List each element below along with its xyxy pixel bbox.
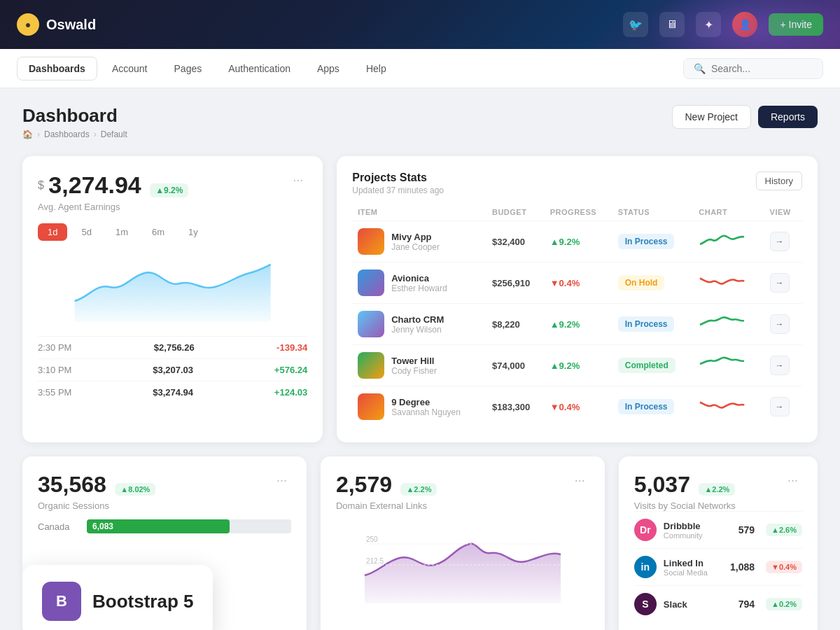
organic-number-row: 35,568 ▲8.02% — [38, 472, 155, 498]
stat-value-1: $2,756.26 — [154, 342, 195, 353]
project-progress: ▼0.4% — [550, 278, 580, 288]
history-button[interactable]: History — [756, 172, 802, 190]
project-view-button[interactable]: → — [770, 397, 790, 416]
earnings-stats: 2:30 PM $2,756.26 -139.34 3:10 PM $3,207… — [38, 336, 307, 403]
earnings-header: $ 3,274.94 ▲9.2% Avg. Agent Earnings ··· — [38, 172, 307, 212]
col-chart: CHART — [693, 204, 764, 221]
filter-5d[interactable]: 5d — [71, 223, 101, 241]
project-status: In Process — [618, 316, 675, 332]
social-count: 579 — [738, 524, 755, 536]
bootstrap-text: Bootstrap 5 — [92, 591, 193, 612]
topbar-right: 🐦 🖥 ✦ 👤 + Invite — [623, 12, 823, 37]
stat-row-2: 3:10 PM $3,207.03 +576.24 — [38, 358, 307, 381]
stat-row-1: 2:30 PM $2,756.26 -139.34 — [38, 336, 307, 358]
stat-value-2: $3,207.03 — [153, 365, 193, 375]
earnings-currency: $ — [38, 179, 44, 191]
topbar-icon-share[interactable]: ✦ — [696, 12, 721, 37]
earnings-amount-row: $ 3,274.94 ▲9.2% — [38, 172, 188, 199]
project-progress: ▲9.2% — [550, 319, 580, 330]
search-bar: 🔍 — [683, 58, 823, 79]
project-chart-cell — [693, 262, 764, 304]
breadcrumb-dashboards[interactable]: Dashboards — [44, 130, 90, 139]
external-label: Domain External Links — [336, 500, 589, 511]
projects-updated: Updated 37 minutes ago — [352, 186, 444, 195]
time-filters: 1d 5d 1m 6m 1y — [38, 223, 307, 241]
filter-1m[interactable]: 1m — [106, 223, 138, 241]
reports-button[interactable]: Reports — [758, 106, 818, 128]
nav-help[interactable]: Help — [354, 57, 398, 80]
social-number: 5,037 — [634, 472, 690, 497]
organic-label: Organic Sessions — [38, 500, 291, 511]
organic-card: 35,568 ▲8.02% ··· Organic Sessions Canad… — [22, 456, 307, 630]
table-row: 9 Degree Savannah Nguyen $183,300 ▼0.4% … — [352, 386, 802, 428]
svg-text:212.5: 212.5 — [366, 557, 384, 565]
project-view-button[interactable]: → — [770, 314, 790, 334]
social-badge: ▲2.2% — [699, 483, 735, 496]
organic-more-button[interactable]: ··· — [272, 472, 291, 489]
page-header: Dashboard 🏠 › Dashboards › Default New P… — [22, 105, 818, 139]
social-badge-item: ▲0.2% — [766, 598, 802, 610]
social-info: S Slack — [634, 593, 687, 615]
earnings-more-button[interactable]: ··· — [288, 172, 307, 189]
breadcrumb-home-icon: 🏠 — [22, 130, 33, 139]
project-status: In Process — [618, 234, 675, 249]
filter-1d[interactable]: 1d — [38, 223, 67, 241]
project-person: Jane Cooper — [391, 242, 440, 252]
user-avatar[interactable]: 👤 — [732, 12, 757, 37]
canada-bar: 6,083 — [87, 519, 230, 533]
organic-badge: ▲8.02% — [115, 483, 155, 496]
project-view-cell: → — [764, 221, 802, 262]
earnings-chart — [38, 252, 307, 325]
project-status-cell: Completed — [612, 345, 693, 386]
project-budget: $256,910 — [492, 278, 530, 288]
new-project-button[interactable]: New Project — [672, 105, 751, 129]
filter-1y[interactable]: 1y — [178, 223, 208, 241]
project-name: Mivy App — [391, 232, 440, 242]
project-view-button[interactable]: → — [770, 356, 790, 375]
social-info: in Linked In Social Media — [634, 556, 708, 578]
project-budget-cell: $8,220 — [486, 304, 545, 345]
social-name: Dribbble — [664, 521, 703, 531]
nav-dashboards[interactable]: Dashboards — [17, 57, 97, 80]
external-more-button[interactable]: ··· — [570, 472, 589, 489]
social-row: S Slack 794 ▲0.2% — [634, 585, 802, 622]
topbar-icon-bird[interactable]: 🐦 — [623, 12, 648, 37]
invite-button[interactable]: + Invite — [769, 13, 823, 36]
project-view-button[interactable]: → — [770, 273, 790, 293]
main-content: Dashboard 🏠 › Dashboards › Default New P… — [0, 88, 840, 630]
organic-number: 35,568 — [38, 472, 106, 497]
project-budget: $32,400 — [492, 237, 525, 247]
nav-account[interactable]: Account — [100, 57, 160, 80]
external-chart: 250 212.5 — [336, 519, 589, 606]
social-networks-list: Dr Dribbble Community 579 ▲2.6% in Linke… — [634, 511, 802, 622]
social-number-row: 5,037 ▲2.2% — [634, 472, 736, 498]
col-view: VIEW — [764, 204, 802, 221]
project-status-cell: In Process — [612, 304, 693, 345]
social-info: Dr Dribbble Community — [634, 519, 703, 541]
social-card: 5,037 ▲2.2% ··· Visits by Social Network… — [619, 456, 818, 630]
filter-6m[interactable]: 6m — [142, 223, 174, 241]
social-badge-item: ▼0.4% — [766, 561, 802, 573]
navbar: Dashboards Account Pages Authentication … — [0, 49, 840, 88]
project-view-button[interactable]: → — [770, 232, 790, 251]
logo-area: ● Oswald — [17, 13, 96, 36]
projects-header: Projects Stats Updated 37 minutes ago Hi… — [352, 172, 802, 195]
nav-apps[interactable]: Apps — [305, 57, 351, 80]
project-status: Completed — [618, 358, 676, 373]
table-row: Mivy App Jane Cooper $32,400 ▲9.2% In Pr… — [352, 221, 802, 262]
topbar-icon-screen[interactable]: 🖥 — [659, 12, 685, 37]
earnings-amount: 3,274.94 — [48, 172, 141, 198]
nav-authentication[interactable]: Authentication — [216, 57, 302, 80]
nav-pages[interactable]: Pages — [162, 57, 214, 80]
social-more-button[interactable]: ··· — [783, 472, 802, 489]
social-badge-item: ▲2.6% — [766, 524, 802, 536]
stat-change-3: +124.03 — [274, 387, 307, 398]
project-view-cell: → — [764, 262, 802, 304]
col-progress: PROGRESS — [545, 204, 612, 221]
projects-card: Projects Stats Updated 37 minutes ago Hi… — [337, 156, 818, 442]
project-view-cell: → — [764, 386, 802, 428]
search-input[interactable] — [711, 63, 813, 74]
project-progress-cell: ▲9.2% — [545, 221, 612, 262]
page-title-area: Dashboard 🏠 › Dashboards › Default — [22, 105, 127, 139]
projects-title: Projects Stats — [352, 172, 444, 184]
